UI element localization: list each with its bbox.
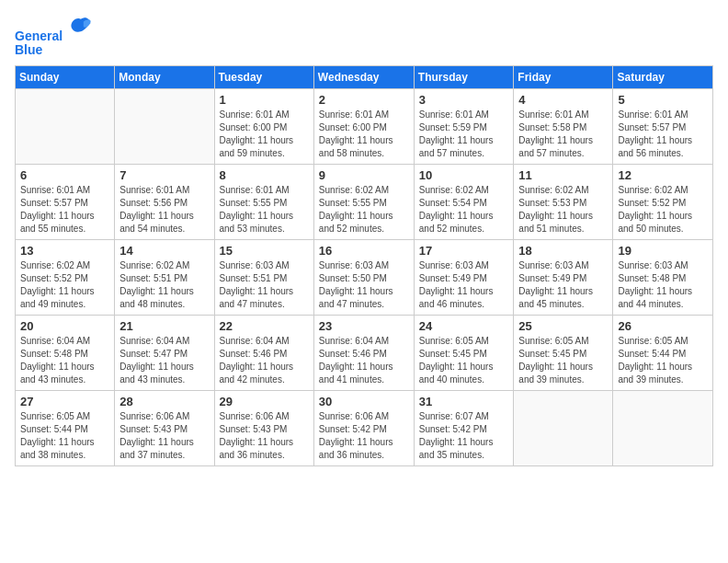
calendar-cell: 6Sunrise: 6:01 AM Sunset: 5:57 PM Daylig… xyxy=(16,164,115,239)
weekday-header-tuesday: Tuesday xyxy=(214,65,313,88)
day-info: Sunrise: 6:04 AM Sunset: 5:47 PM Dayligh… xyxy=(119,335,209,386)
logo-general: General xyxy=(15,29,63,43)
calendar-cell: 8Sunrise: 6:01 AM Sunset: 5:55 PM Daylig… xyxy=(214,164,313,239)
calendar-week-row: 27Sunrise: 6:05 AM Sunset: 5:44 PM Dayli… xyxy=(16,390,713,465)
day-number: 19 xyxy=(618,244,708,258)
day-number: 5 xyxy=(618,93,708,107)
calendar-cell: 18Sunrise: 6:03 AM Sunset: 5:49 PM Dayli… xyxy=(514,239,613,315)
calendar-cell xyxy=(514,390,613,465)
day-info: Sunrise: 6:06 AM Sunset: 5:42 PM Dayligh… xyxy=(319,410,409,462)
calendar-cell: 22Sunrise: 6:04 AM Sunset: 5:46 PM Dayli… xyxy=(214,315,313,390)
calendar-cell: 4Sunrise: 6:01 AM Sunset: 5:58 PM Daylig… xyxy=(514,88,613,164)
calendar-cell: 12Sunrise: 6:02 AM Sunset: 5:52 PM Dayli… xyxy=(613,164,713,239)
day-number: 7 xyxy=(119,168,209,182)
day-info: Sunrise: 6:02 AM Sunset: 5:54 PM Dayligh… xyxy=(419,184,509,236)
logo-bird-icon xyxy=(68,15,94,40)
calendar-cell: 11Sunrise: 6:02 AM Sunset: 5:53 PM Dayli… xyxy=(514,164,613,239)
logo-text: General xyxy=(15,15,94,43)
weekday-header-monday: Monday xyxy=(115,65,214,88)
day-number: 18 xyxy=(518,244,608,258)
day-info: Sunrise: 6:01 AM Sunset: 5:57 PM Dayligh… xyxy=(20,184,109,236)
day-info: Sunrise: 6:01 AM Sunset: 5:59 PM Dayligh… xyxy=(419,109,509,160)
calendar-cell: 28Sunrise: 6:06 AM Sunset: 5:43 PM Dayli… xyxy=(115,390,214,465)
calendar-cell: 24Sunrise: 6:05 AM Sunset: 5:45 PM Dayli… xyxy=(414,315,514,390)
day-info: Sunrise: 6:01 AM Sunset: 6:00 PM Dayligh… xyxy=(220,109,309,160)
day-info: Sunrise: 6:06 AM Sunset: 5:43 PM Dayligh… xyxy=(119,410,209,462)
day-info: Sunrise: 6:05 AM Sunset: 5:45 PM Dayligh… xyxy=(518,335,608,386)
logo-blue: Blue xyxy=(15,43,94,57)
day-number: 15 xyxy=(220,244,309,258)
calendar-cell: 23Sunrise: 6:04 AM Sunset: 5:46 PM Dayli… xyxy=(313,315,414,390)
weekday-header-thursday: Thursday xyxy=(414,65,514,88)
day-number: 31 xyxy=(419,395,509,408)
logo: General Blue xyxy=(15,15,94,58)
day-number: 23 xyxy=(319,319,409,333)
calendar-cell: 5Sunrise: 6:01 AM Sunset: 5:57 PM Daylig… xyxy=(613,88,713,164)
calendar-cell: 9Sunrise: 6:02 AM Sunset: 5:55 PM Daylig… xyxy=(313,164,414,239)
day-info: Sunrise: 6:04 AM Sunset: 5:46 PM Dayligh… xyxy=(220,335,309,386)
day-number: 21 xyxy=(119,319,209,333)
calendar-cell: 30Sunrise: 6:06 AM Sunset: 5:42 PM Dayli… xyxy=(313,390,414,465)
day-info: Sunrise: 6:05 AM Sunset: 5:44 PM Dayligh… xyxy=(618,335,708,386)
day-number: 29 xyxy=(220,395,309,408)
day-number: 2 xyxy=(319,93,409,107)
day-info: Sunrise: 6:02 AM Sunset: 5:52 PM Dayligh… xyxy=(618,184,708,236)
calendar-table: SundayMondayTuesdayWednesdayThursdayFrid… xyxy=(15,65,713,466)
day-number: 17 xyxy=(419,244,509,258)
calendar-cell: 13Sunrise: 6:02 AM Sunset: 5:52 PM Dayli… xyxy=(16,239,115,315)
day-number: 28 xyxy=(119,395,209,408)
day-number: 11 xyxy=(518,168,608,182)
day-info: Sunrise: 6:03 AM Sunset: 5:49 PM Dayligh… xyxy=(419,259,509,311)
day-number: 24 xyxy=(419,319,509,333)
day-info: Sunrise: 6:01 AM Sunset: 5:55 PM Dayligh… xyxy=(220,184,309,236)
day-info: Sunrise: 6:03 AM Sunset: 5:49 PM Dayligh… xyxy=(518,259,608,311)
day-info: Sunrise: 6:03 AM Sunset: 5:50 PM Dayligh… xyxy=(319,259,409,311)
calendar-cell xyxy=(16,88,115,164)
day-number: 26 xyxy=(618,319,708,333)
calendar-cell: 7Sunrise: 6:01 AM Sunset: 5:56 PM Daylig… xyxy=(115,164,214,239)
calendar-week-row: 1Sunrise: 6:01 AM Sunset: 6:00 PM Daylig… xyxy=(16,88,713,164)
day-info: Sunrise: 6:05 AM Sunset: 5:44 PM Dayligh… xyxy=(20,410,109,462)
day-number: 30 xyxy=(319,395,409,408)
day-number: 9 xyxy=(319,168,409,182)
page-header: General Blue xyxy=(15,15,713,58)
day-info: Sunrise: 6:02 AM Sunset: 5:51 PM Dayligh… xyxy=(119,259,209,311)
calendar-cell: 29Sunrise: 6:06 AM Sunset: 5:43 PM Dayli… xyxy=(214,390,313,465)
day-info: Sunrise: 6:04 AM Sunset: 5:48 PM Dayligh… xyxy=(20,335,109,386)
calendar-cell: 1Sunrise: 6:01 AM Sunset: 6:00 PM Daylig… xyxy=(214,88,313,164)
calendar-cell: 10Sunrise: 6:02 AM Sunset: 5:54 PM Dayli… xyxy=(414,164,514,239)
day-info: Sunrise: 6:02 AM Sunset: 5:52 PM Dayligh… xyxy=(20,259,109,311)
calendar-cell: 3Sunrise: 6:01 AM Sunset: 5:59 PM Daylig… xyxy=(414,88,514,164)
day-info: Sunrise: 6:01 AM Sunset: 6:00 PM Dayligh… xyxy=(319,109,409,160)
calendar-cell: 20Sunrise: 6:04 AM Sunset: 5:48 PM Dayli… xyxy=(16,315,115,390)
weekday-header-sunday: Sunday xyxy=(16,65,115,88)
day-number: 25 xyxy=(518,319,608,333)
day-info: Sunrise: 6:01 AM Sunset: 5:57 PM Dayligh… xyxy=(618,109,708,160)
weekday-header-friday: Friday xyxy=(514,65,613,88)
day-info: Sunrise: 6:02 AM Sunset: 5:55 PM Dayligh… xyxy=(319,184,409,236)
calendar-cell: 2Sunrise: 6:01 AM Sunset: 6:00 PM Daylig… xyxy=(313,88,414,164)
day-info: Sunrise: 6:06 AM Sunset: 5:43 PM Dayligh… xyxy=(220,410,309,462)
day-number: 13 xyxy=(20,244,109,258)
calendar-cell xyxy=(115,88,214,164)
day-number: 10 xyxy=(419,168,509,182)
day-number: 6 xyxy=(20,168,109,182)
day-number: 1 xyxy=(220,93,309,107)
calendar-week-row: 13Sunrise: 6:02 AM Sunset: 5:52 PM Dayli… xyxy=(16,239,713,315)
day-info: Sunrise: 6:01 AM Sunset: 5:58 PM Dayligh… xyxy=(518,109,608,160)
calendar-week-row: 20Sunrise: 6:04 AM Sunset: 5:48 PM Dayli… xyxy=(16,315,713,390)
day-info: Sunrise: 6:05 AM Sunset: 5:45 PM Dayligh… xyxy=(419,335,509,386)
calendar-cell: 16Sunrise: 6:03 AM Sunset: 5:50 PM Dayli… xyxy=(313,239,414,315)
day-number: 12 xyxy=(618,168,708,182)
calendar-cell xyxy=(613,390,713,465)
calendar-cell: 26Sunrise: 6:05 AM Sunset: 5:44 PM Dayli… xyxy=(613,315,713,390)
day-number: 8 xyxy=(220,168,309,182)
weekday-header-saturday: Saturday xyxy=(613,65,713,88)
calendar-cell: 25Sunrise: 6:05 AM Sunset: 5:45 PM Dayli… xyxy=(514,315,613,390)
day-info: Sunrise: 6:03 AM Sunset: 5:51 PM Dayligh… xyxy=(220,259,309,311)
day-number: 27 xyxy=(20,395,109,408)
calendar-cell: 19Sunrise: 6:03 AM Sunset: 5:48 PM Dayli… xyxy=(613,239,713,315)
day-number: 3 xyxy=(419,93,509,107)
calendar-week-row: 6Sunrise: 6:01 AM Sunset: 5:57 PM Daylig… xyxy=(16,164,713,239)
day-number: 22 xyxy=(220,319,309,333)
